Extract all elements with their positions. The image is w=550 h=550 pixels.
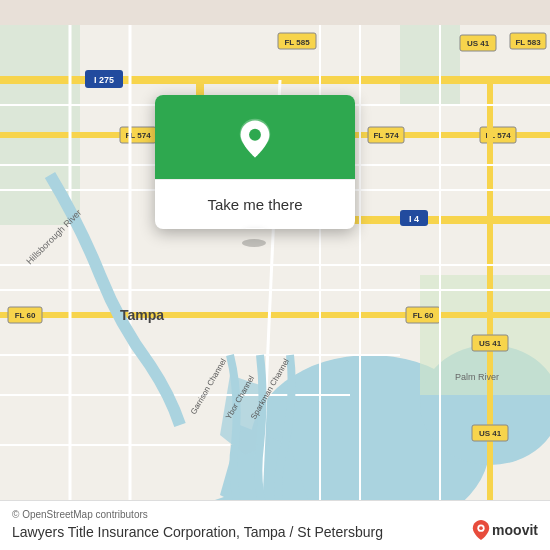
popup-pointer <box>245 228 265 229</box>
svg-text:FL 574: FL 574 <box>373 131 399 140</box>
svg-point-69 <box>479 526 483 530</box>
popup-green-area <box>155 95 355 179</box>
map-background: I 275 FL 585 US 41 FL 583 FL 574 FL 574 … <box>0 0 550 550</box>
location-pin-icon <box>233 117 277 161</box>
osm-attribution: © OpenStreetMap contributors <box>12 509 538 520</box>
svg-text:I 275: I 275 <box>94 75 114 85</box>
svg-point-67 <box>249 129 261 141</box>
moovit-logo: moovit <box>472 520 538 540</box>
popup-button-area: Take me there <box>155 179 355 229</box>
svg-text:US 41: US 41 <box>467 39 490 48</box>
map-container: I 275 FL 585 US 41 FL 583 FL 574 FL 574 … <box>0 0 550 550</box>
popup-card: Take me there <box>155 95 355 229</box>
svg-text:Palm River: Palm River <box>455 372 499 382</box>
svg-point-65 <box>242 239 266 247</box>
svg-text:FL 583: FL 583 <box>515 38 541 47</box>
bottom-bar: © OpenStreetMap contributors Lawyers Tit… <box>0 500 550 550</box>
take-me-there-button[interactable]: Take me there <box>199 192 310 217</box>
svg-text:FL 60: FL 60 <box>15 311 36 320</box>
svg-rect-8 <box>400 25 460 105</box>
svg-text:FL 585: FL 585 <box>284 38 310 47</box>
svg-text:FL 60: FL 60 <box>413 311 434 320</box>
location-title: Lawyers Title Insurance Corporation, Tam… <box>12 524 538 540</box>
svg-text:Tampa: Tampa <box>120 307 164 323</box>
moovit-pin-icon <box>472 520 490 540</box>
svg-text:US 41: US 41 <box>479 339 502 348</box>
moovit-brand-text: moovit <box>492 522 538 538</box>
svg-text:US 41: US 41 <box>479 429 502 438</box>
svg-text:I 4: I 4 <box>409 214 419 224</box>
